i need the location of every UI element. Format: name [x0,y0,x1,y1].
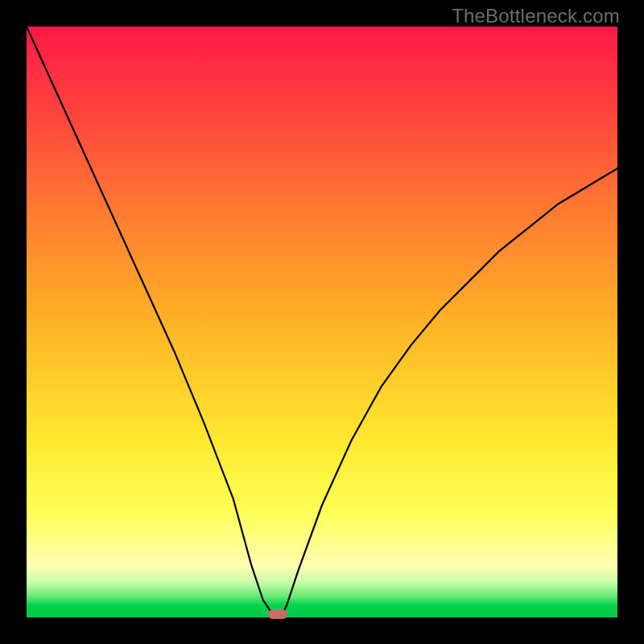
plot-area [27,27,617,617]
bottleneck-curve [27,27,617,617]
watermark-text: TheBottleneck.com [452,5,620,27]
chart-frame: TheBottleneck.com [0,0,644,644]
minimum-marker [268,609,287,619]
